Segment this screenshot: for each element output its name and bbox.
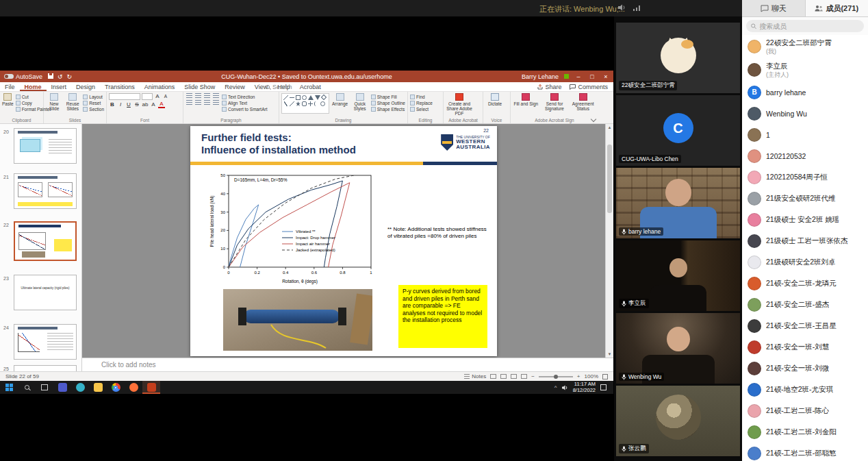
comments-button[interactable]: Comments [570, 84, 608, 90]
reading-view-button[interactable] [511, 374, 517, 379]
member-row[interactable]: 21硕-工岩二班-陈心 [742, 400, 868, 421]
tray-speaker-icon[interactable] [562, 385, 568, 390]
member-row[interactable]: 21硕-地空2班-尤安琪 [742, 379, 868, 400]
taskbar-app-firefox[interactable] [125, 381, 142, 394]
autosave-switch-icon[interactable] [4, 74, 14, 79]
member-row[interactable]: 21硕-工岩二班-邵聪慜 [742, 443, 868, 461]
curve-shape-icon[interactable] [290, 101, 294, 106]
shape-fill-button[interactable]: Shape Fill [371, 95, 405, 99]
menu-tab-insert[interactable]: Insert [47, 82, 72, 91]
zoom-level[interactable]: 100% [585, 373, 598, 379]
member-search-input[interactable] [759, 23, 859, 30]
text-shadow-button[interactable]: ab [142, 101, 149, 108]
member-row[interactable]: 21级硕士 安全2班 姚瑶 [742, 209, 868, 230]
increase-indent-icon[interactable] [213, 93, 219, 99]
triangle-shape-icon[interactable] [308, 95, 314, 100]
share-button[interactable]: Share [537, 84, 561, 90]
align-center-icon[interactable] [195, 100, 201, 105]
member-row[interactable]: 李立辰(主持人) [742, 58, 868, 82]
align-text-button[interactable]: Align Text [222, 101, 267, 105]
taskbar-app-file-explorer[interactable] [89, 381, 107, 394]
start-button[interactable] [0, 381, 18, 394]
slide-thumbnail-23[interactable]: Ultimate lateral capacity (rigid piles) [14, 275, 77, 310]
font-size-select[interactable] [142, 93, 153, 100]
brace-shape-icon[interactable] [314, 101, 319, 106]
minimize-button[interactable]: – [574, 73, 583, 80]
member-row[interactable]: 1202120584周子恒 [742, 166, 868, 188]
search-box[interactable]: Search [266, 84, 292, 90]
font-color-button[interactable]: A [158, 101, 165, 108]
menu-tab-transitions[interactable]: Transitions [100, 82, 140, 91]
scroll-up-icon[interactable]: ▲ [606, 124, 613, 131]
slide-thumbnail-21[interactable] [14, 173, 77, 209]
slide-scrollbar[interactable]: ▲ ▼ [605, 124, 613, 358]
member-row[interactable]: 21硕-安全一班-刘微 [742, 358, 868, 379]
callout-shape-icon[interactable] [302, 101, 307, 106]
slide-thumbnail-20[interactable] [14, 128, 77, 164]
video-tile[interactable]: Wenbing Wu [616, 313, 740, 384]
tab-members[interactable]: 成员(271) [805, 0, 868, 16]
paste-button[interactable]: Paste [2, 93, 14, 106]
smartart-button[interactable]: Convert to SmartArt [222, 107, 267, 112]
zoom-out-button[interactable]: − [531, 373, 535, 379]
tab-chat[interactable]: 聊天 [742, 0, 805, 16]
taskbar-app-chrome[interactable] [107, 381, 125, 394]
new-slide-button[interactable]: New Slide [46, 93, 62, 111]
menu-tab-design[interactable]: Design [71, 82, 100, 91]
redo-icon[interactable]: ↻ [67, 73, 73, 80]
replace-button[interactable]: Replace [410, 101, 433, 105]
arrow-shape-icon[interactable] [290, 95, 294, 100]
member-row[interactable]: 21硕-工岩二班-刘金阳 [742, 421, 868, 443]
slide-thumbnail-24[interactable] [14, 324, 77, 360]
slide-thumbnail-25[interactable] [14, 365, 77, 371]
video-tile[interactable]: 李立辰 [616, 240, 740, 311]
layout-button[interactable]: Layout [83, 95, 104, 99]
strikethrough-button[interactable]: S [133, 101, 140, 108]
menu-tab-review[interactable]: Review [220, 82, 250, 91]
taskbar-clock[interactable]: 11:17 AM 8/12/2022 [573, 382, 596, 393]
taskbar-app-powerpoint[interactable] [142, 381, 160, 394]
justify-icon[interactable] [213, 100, 219, 105]
taskbar-app-edge[interactable] [71, 381, 89, 394]
dictate-button[interactable]: Dictate [485, 93, 505, 106]
slide-canvas[interactable]: 22 Further field tests: Influence of ins… [190, 126, 497, 356]
slide-sorter-button[interactable] [500, 374, 507, 379]
taskbar-app-teams[interactable] [53, 381, 71, 394]
save-icon[interactable] [48, 73, 53, 79]
underline-button[interactable]: U [125, 101, 132, 108]
character-spacing-button[interactable]: A [150, 101, 157, 108]
member-row[interactable]: 21级硕研安全2班刘卓 [742, 251, 868, 273]
align-left-icon[interactable] [186, 100, 192, 105]
scrollbar-thumb[interactable] [607, 145, 612, 213]
italic-button[interactable]: I [117, 101, 124, 108]
reset-button[interactable]: Reset [83, 101, 104, 105]
zoom-in-button[interactable]: + [577, 373, 580, 379]
menu-tab-file[interactable]: File [0, 82, 20, 91]
zoom-slider-thumb[interactable] [554, 375, 558, 379]
network-signal-icon[interactable] [633, 5, 641, 11]
member-row[interactable]: 21硕-安全二班-龙璘元 [742, 273, 868, 294]
video-tile[interactable]: CCUG-UWA-Libo Chen [616, 95, 740, 166]
shape-effects-button[interactable]: Shape Effects [371, 107, 405, 112]
undo-icon[interactable]: ↺ [58, 73, 63, 80]
decrease-indent-icon[interactable] [204, 93, 210, 99]
notes-pane[interactable]: Click to add notes [82, 358, 613, 371]
arrange-button[interactable]: Arrange [331, 93, 349, 106]
shape-outline-button[interactable]: Shape Outline [371, 101, 405, 105]
text-direction-button[interactable]: Text Direction [222, 95, 267, 99]
create-pdf-button[interactable]: Create and Share Adobe PDF [446, 93, 473, 116]
zoom-slider[interactable] [539, 376, 573, 377]
send-for-signature-button[interactable]: Send for Signature [541, 93, 568, 111]
speaker-icon[interactable] [618, 4, 626, 11]
menu-tab-home[interactable]: Home [20, 82, 47, 91]
freeform-shape-icon[interactable] [283, 101, 288, 106]
slideshow-button[interactable] [521, 374, 527, 379]
video-tile[interactable]: 22硕安全二班邵宁霄 [616, 23, 740, 93]
bullets-icon[interactable] [186, 93, 192, 99]
notes-button[interactable]: Notes [464, 373, 486, 379]
member-row[interactable]: 1202120532 [742, 145, 868, 166]
member-row[interactable]: Bbarry lehane [742, 82, 868, 103]
triangle-down-shape-icon[interactable] [315, 95, 320, 100]
member-row[interactable]: 21硕-安全二班-王昌星 [742, 315, 868, 336]
grow-font-button[interactable]: A [154, 93, 161, 100]
